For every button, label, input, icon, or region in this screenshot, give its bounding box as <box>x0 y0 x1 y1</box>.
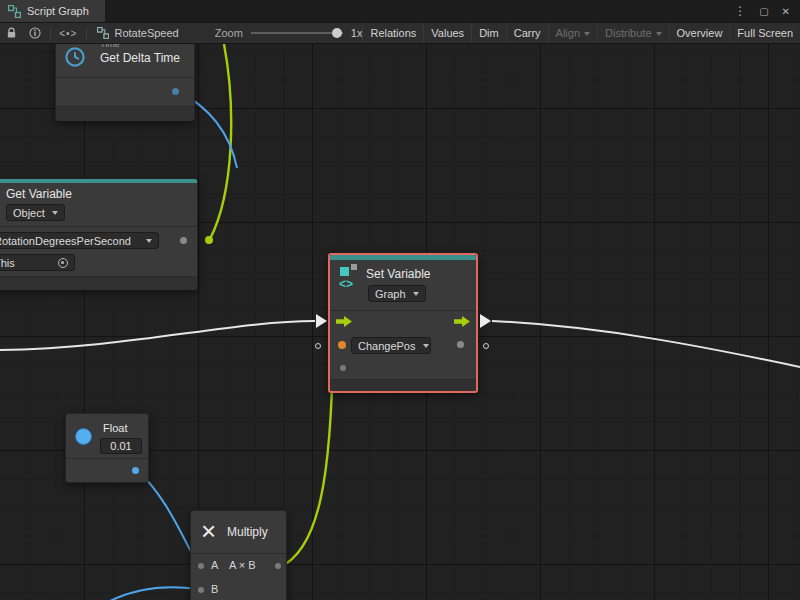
wire-value-to-multiply-b[interactable] <box>110 587 198 600</box>
clock-icon <box>64 46 86 68</box>
tab-script-graph[interactable]: Script Graph <box>0 0 105 22</box>
window-menu-icon[interactable]: ⋮ <box>734 4 746 18</box>
carry-button[interactable]: Carry <box>506 23 548 43</box>
chevron-down-icon <box>146 239 152 243</box>
window-maximize-icon[interactable]: ▢ <box>759 6 768 17</box>
wire-value-multiply-to-setvar[interactable] <box>280 350 333 567</box>
node-title: Set Variable <box>366 267 430 281</box>
node-title: Multiply <box>227 525 268 539</box>
wire-endpoint-dot[interactable] <box>205 236 213 244</box>
float-output-port[interactable] <box>132 467 139 474</box>
node-multiply[interactable]: × Multiply A A × B B <box>190 510 287 600</box>
node-title: Get Delta Time <box>100 51 180 65</box>
control-flow-in-arrow-icon[interactable] <box>316 314 327 328</box>
node-accent-strip <box>0 179 197 183</box>
tab-label: Script Graph <box>27 5 89 17</box>
float-type-icon <box>75 428 92 445</box>
chevron-down-icon <box>584 32 590 36</box>
zoom-to-fit-icon[interactable]: <•> <box>53 28 83 39</box>
get-variable-output-port[interactable] <box>180 237 187 244</box>
zoom-value: 1x <box>351 27 363 39</box>
node-accent-strip <box>330 255 476 260</box>
node-title: Float <box>103 422 127 434</box>
variable-name-dropdown[interactable]: RotationDegreesPerSecond <box>0 232 159 249</box>
zoom-slider-handle[interactable] <box>332 28 342 38</box>
chevron-down-icon <box>52 211 58 215</box>
node-footer <box>330 380 476 391</box>
flow-input-arrow-icon[interactable] <box>336 316 352 327</box>
node-category-label: Time <box>100 44 120 49</box>
input-b-label: B <box>211 583 218 595</box>
chevron-down-icon <box>423 344 429 348</box>
graph-breadcrumb[interactable]: RotateSpeed <box>89 27 186 39</box>
variable-icon <box>340 267 349 276</box>
chevron-down-icon <box>413 292 419 296</box>
overview-button[interactable]: Overview <box>669 23 730 43</box>
unconnected-port-ring-left[interactable] <box>315 343 321 349</box>
flow-output-arrow-icon[interactable] <box>454 316 470 327</box>
wire-control-flow-left[interactable] <box>0 321 315 350</box>
variable-name-dropdown[interactable]: ChangePos <box>351 337 431 354</box>
node-get-delta-time[interactable]: Time Get Delta Time <box>55 44 195 121</box>
multiply-input-b-port[interactable] <box>198 587 204 593</box>
wire-value-float-to-multiply[interactable] <box>136 469 198 565</box>
relations-button[interactable]: Relations <box>362 23 423 43</box>
node-float-literal[interactable]: Float 0.01 <box>65 413 149 483</box>
node-title: Get Variable <box>6 187 72 201</box>
input-a-label: A <box>211 559 218 571</box>
tab-bar: Script Graph ⋮ ▢ ✕ <box>0 0 800 22</box>
multiply-output-port[interactable] <box>275 563 281 569</box>
variable-scope-dropdown[interactable]: Object <box>6 204 65 221</box>
zoom-slider[interactable] <box>251 32 343 34</box>
wire-control-flow-right[interactable] <box>492 321 800 367</box>
multiply-input-a-port[interactable] <box>198 563 204 569</box>
script-graph-icon <box>8 5 21 18</box>
unconnected-port-ring-right[interactable] <box>483 343 489 349</box>
variable-icon-secondary <box>351 264 357 270</box>
extra-port[interactable] <box>340 365 346 371</box>
node-set-variable[interactable]: <> Set Variable Graph ChangePos <box>328 253 478 393</box>
multiply-icon: × <box>201 516 216 546</box>
align-dropdown-button[interactable]: Align <box>548 23 597 43</box>
delta-time-output-port[interactable] <box>172 88 179 95</box>
zoom-label: Zoom <box>215 27 243 39</box>
graph-name-label: RotateSpeed <box>114 27 178 39</box>
info-icon[interactable] <box>23 27 47 39</box>
node-get-variable[interactable]: Get Variable Object RotationDegreesPerSe… <box>0 178 198 290</box>
float-value-input[interactable]: 0.01 <box>100 438 142 454</box>
node-footer <box>56 107 194 121</box>
chevron-down-icon <box>656 32 662 36</box>
object-picker-icon[interactable] <box>58 258 68 268</box>
values-button[interactable]: Values <box>423 23 471 43</box>
variable-scope-dropdown[interactable]: Graph <box>368 285 426 302</box>
output-label: A × B <box>229 559 256 571</box>
dim-button[interactable]: Dim <box>471 23 506 43</box>
variable-target-field[interactable]: This <box>0 254 75 271</box>
distribute-dropdown-button[interactable]: Distribute <box>597 23 668 43</box>
lock-icon[interactable] <box>0 27 23 39</box>
fullscreen-button[interactable]: Full Screen <box>729 23 800 43</box>
graph-toolbar: <•> RotateSpeed Zoom 1x Relations Values… <box>0 22 800 44</box>
window-close-icon[interactable]: ✕ <box>782 6 790 17</box>
set-variable-output-port[interactable] <box>457 341 464 348</box>
control-flow-out-arrow-icon[interactable] <box>480 314 491 328</box>
set-variable-value-port[interactable] <box>338 341 346 349</box>
graph-asset-icon <box>97 27 109 39</box>
graph-canvas[interactable]: Time Get Delta Time Get Variable Object … <box>0 44 800 600</box>
node-footer <box>0 277 197 290</box>
graph-code-icon: <> <box>339 277 353 291</box>
